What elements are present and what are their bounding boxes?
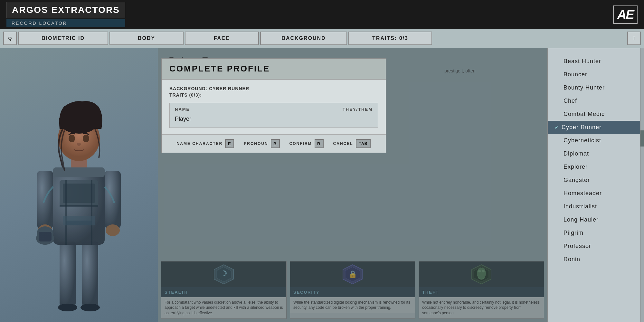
modal-name-value[interactable]: Player — [175, 114, 373, 124]
main-content: Cyber Runner prestige t, often COMPLETE … — [0, 48, 644, 322]
sidebar-item-explorer[interactable]: Explorer — [548, 160, 644, 174]
sidebar-item-professor[interactable]: Professor — [548, 240, 644, 253]
svg-rect-0 — [60, 242, 76, 306]
top-bar: ARGOS EXTRACTORS RECORD LOCATOR AE — [0, 0, 644, 29]
sidebar-item-chef[interactable]: Chef — [548, 94, 644, 108]
modal-overlay: COMPLETE PROFILE BACKGROUND: Cyber Runne… — [158, 48, 547, 322]
modal-traits-line: TRAITS (0/3): — [169, 92, 378, 98]
sidebar-item-cyber-runner[interactable]: ✓Cyber Runner — [548, 121, 644, 134]
modal-background-line: BACKGROUND: Cyber Runner — [169, 86, 378, 91]
character-area — [0, 48, 158, 322]
sidebar-item-bouncer[interactable]: Bouncer — [548, 68, 644, 81]
svg-rect-6 — [63, 184, 95, 203]
center-content: Cyber Runner prestige t, often COMPLETE … — [158, 48, 547, 322]
svg-rect-1 — [82, 242, 98, 306]
cancel-button[interactable]: CANCEL TAB — [333, 139, 371, 148]
sidebar-item-label: Pilgrim — [564, 230, 583, 236]
sidebar-items-container: Beast HunterBouncerBounty HunterChefComb… — [548, 55, 644, 266]
character-svg — [18, 64, 140, 322]
name-character-label: NAME CHARACTER — [177, 141, 223, 146]
tab-biometric[interactable]: BIOMETRIC ID — [18, 32, 108, 45]
modal-body: BACKGROUND: Cyber Runner TRAITS (0/3): N… — [162, 80, 386, 134]
sidebar-item-long-hauler[interactable]: Long Hauler — [548, 213, 644, 226]
svg-point-2 — [58, 304, 77, 311]
cancel-key: TAB — [356, 139, 371, 148]
name-character-button[interactable]: NAME CHARACTER E — [177, 139, 234, 148]
sidebar-item-bounty-hunter[interactable]: Bounty Hunter — [548, 81, 644, 94]
modal-name-label: NAME — [175, 107, 190, 112]
sidebar-item-label: Chef — [564, 98, 577, 104]
sidebar-item-label: Industrialist — [564, 203, 597, 210]
sidebar-item-pilgrim[interactable]: Pilgrim — [548, 226, 644, 240]
svg-point-22 — [83, 135, 89, 142]
sidebar-item-label: Combat Medic — [564, 111, 605, 118]
svg-point-3 — [80, 304, 100, 311]
sidebar-item-label: Diplomat — [564, 150, 589, 157]
confirm-label: CONFIRM — [289, 141, 312, 146]
sidebar-item-label: Cyber Runner — [562, 124, 601, 131]
svg-point-13 — [106, 224, 120, 236]
check-icon: ✓ — [554, 124, 559, 130]
confirm-button[interactable]: CONFIRM R — [289, 139, 324, 148]
sidebar-item-label: Explorer — [564, 164, 588, 170]
sidebar-item-homesteader[interactable]: Homesteader — [548, 187, 644, 200]
game-title: ARGOS EXTRACTORS — [6, 2, 125, 18]
nav-left-button[interactable]: Q — [3, 32, 17, 45]
complete-profile-modal: COMPLETE PROFILE BACKGROUND: Cyber Runne… — [161, 58, 386, 153]
character-silhouette — [0, 48, 158, 322]
modal-name-section: NAME THEY/THEM Player — [169, 103, 378, 128]
tab-body[interactable]: BODY — [109, 32, 184, 45]
record-locator: RECORD LOCATOR — [6, 19, 125, 27]
sidebar-item-label: Homesteader — [564, 190, 602, 197]
modal-footer: NAME CHARACTER E PRONOUN B CONFIRM R CAN… — [162, 134, 386, 153]
sidebar-item-diplomat[interactable]: Diplomat — [548, 147, 644, 160]
sidebar-item-label: Bounty Hunter — [564, 84, 605, 91]
top-bar-left: ARGOS EXTRACTORS RECORD LOCATOR — [6, 2, 125, 27]
sidebar-item-combat-medic[interactable]: Combat Medic — [548, 108, 644, 121]
sidebar-item-label: Bouncer — [564, 71, 587, 78]
sidebar-item-gangster[interactable]: Gangster — [548, 174, 644, 187]
sidebar-item-beast-hunter[interactable]: Beast Hunter — [548, 55, 644, 68]
sidebar-item-label: Gangster — [564, 177, 590, 184]
pronoun-label: PRONOUN — [244, 141, 268, 146]
sidebar-scroll-thumb[interactable] — [640, 130, 644, 147]
pronoun-button[interactable]: PRONOUN B — [244, 139, 279, 148]
name-character-key: E — [225, 139, 234, 148]
modal-title: COMPLETE PROFILE — [169, 64, 378, 74]
sidebar: Beast HunterBouncerBounty HunterChefComb… — [547, 48, 644, 322]
sidebar-item-label: Professor — [564, 243, 591, 250]
modal-header: COMPLETE PROFILE — [162, 59, 386, 80]
tab-traits[interactable]: TRAITS: 0/3 — [348, 32, 432, 45]
nav-right-button[interactable]: T — [627, 32, 641, 45]
sidebar-item-ronin[interactable]: Ronin — [548, 253, 644, 266]
tab-face[interactable]: FACE — [185, 32, 259, 45]
modal-pronoun-label: THEY/THEM — [343, 107, 373, 112]
nav-bar: Q BIOMETRIC ID BODY FACE BACKGROUND TRAI… — [0, 29, 644, 48]
svg-point-21 — [69, 135, 75, 142]
tab-background[interactable]: BACKGROUND — [260, 32, 347, 45]
svg-rect-18 — [53, 167, 105, 177]
sidebar-item-industrialist[interactable]: Industrialist — [548, 200, 644, 213]
sidebar-item-label: Cyberneticist — [564, 137, 601, 144]
svg-rect-25 — [66, 221, 92, 225]
confirm-key: R — [315, 139, 324, 148]
sidebar-item-label: Long Hauler — [564, 216, 599, 223]
sidebar-item-label: Beast Hunter — [564, 58, 601, 65]
sidebar-scrollbar[interactable] — [640, 48, 644, 322]
pronoun-key: B — [271, 139, 280, 148]
svg-rect-16 — [39, 232, 52, 242]
cancel-label: CANCEL — [333, 141, 353, 146]
ae-logo: AE — [613, 5, 638, 24]
sidebar-item-label: Ronin — [564, 256, 580, 263]
sidebar-item-cyberneticist[interactable]: Cyberneticist — [548, 134, 644, 147]
modal-name-header: NAME THEY/THEM — [175, 107, 373, 112]
svg-point-23 — [77, 143, 81, 146]
